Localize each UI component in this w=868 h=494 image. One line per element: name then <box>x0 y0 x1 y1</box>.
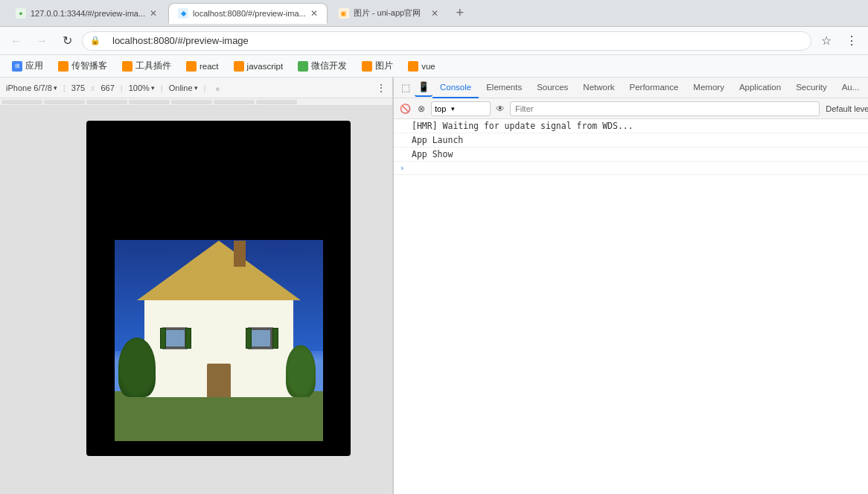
bookmark-wechat[interactable]: 微信开发 <box>292 59 353 73</box>
bookmark-react-label: react <box>200 62 219 71</box>
bookmark-images-icon <box>362 61 372 72</box>
console-filter-input[interactable] <box>510 101 820 116</box>
menu-button[interactable]: ⋮ <box>841 31 862 51</box>
tab-2-close[interactable]: ✕ <box>310 8 318 19</box>
tab-2[interactable]: ◆ localhost:8080/#/preview-ima... ✕ <box>168 3 328 24</box>
bookmark-vue-label: vue <box>421 62 435 71</box>
tab-2-title: localhost:8080/#/preview-ima... <box>193 9 306 18</box>
console-line-2: App Launch <box>394 133 868 148</box>
lock-icon: 🔒 <box>90 36 100 45</box>
bookmark-vue[interactable]: vue <box>402 60 441 73</box>
scroll-tab-1 <box>1 100 42 104</box>
bookmark-tools[interactable]: 工具插件 <box>116 59 177 73</box>
scroll-indicator <box>0 98 392 106</box>
devtools-panel: ⬚ 📱 Console Elements Sources Network Per… <box>393 77 868 494</box>
tab-sources[interactable]: Sources <box>529 77 575 98</box>
zoom-chevron-icon: ▾ <box>151 84 155 92</box>
tab-performance[interactable]: Performance <box>622 77 686 98</box>
bookmark-react[interactable]: react <box>180 60 225 73</box>
bookmark-wechat-label: 微信开发 <box>311 60 347 72</box>
device-toggle-icon[interactable]: 📱 <box>415 79 433 97</box>
bookmark-images[interactable]: 图片 <box>356 59 399 73</box>
tab-3-close[interactable]: ✕ <box>431 8 438 19</box>
sensors-icon[interactable]: ⬦ <box>211 82 223 94</box>
context-chevron-icon: ▾ <box>451 105 455 113</box>
bookmark-vue-icon <box>408 61 418 72</box>
browser-window: ● 127.0.0.1:3344/#/preview-ima... ✕ ◆ lo… <box>0 0 868 494</box>
bookmark-wechat-icon <box>298 61 308 72</box>
more-options-icon[interactable]: ⋮ <box>376 82 386 94</box>
dim-separator-3: | <box>161 83 163 92</box>
console-text-2: App Launch <box>412 135 463 145</box>
refresh-button[interactable]: ↻ <box>57 31 77 51</box>
dim-separator-4: | <box>204 83 206 92</box>
filter-icon[interactable]: ⊗ <box>415 102 428 115</box>
tab-1[interactable]: ● 127.0.0.1:3344/#/preview-ima... ✕ <box>6 3 167 24</box>
network-selector[interactable]: Online ▾ <box>169 83 198 92</box>
device-name: iPhone 6/7/8 <box>6 83 52 92</box>
browser-viewport: iPhone 6/7/8 ▾ | 375 x 667 | 100% ▾ | On… <box>0 77 393 494</box>
zoom-selector[interactable]: 100% ▾ <box>129 83 155 92</box>
tab-elements[interactable]: Elements <box>479 77 529 98</box>
back-button[interactable]: ← <box>6 31 27 51</box>
house-roof <box>137 241 301 300</box>
bookmark-apps-icon: ⊞ <box>12 61 22 72</box>
address-bar: ← → ↻ 🔒 ☆ ⋮ <box>0 27 868 55</box>
tab-3[interactable]: ▣ 图片 - uni-app官网 ✕ <box>329 3 448 24</box>
tab-1-favicon: ● <box>16 8 26 19</box>
console-line-3: App Show <box>394 148 868 162</box>
phone-content <box>86 121 351 456</box>
scroll-tab-2 <box>44 100 85 104</box>
tab-console[interactable]: Console <box>433 77 479 98</box>
bookmark-react-icon <box>186 61 197 72</box>
house-window-left <box>163 328 187 349</box>
console-text-3: App Show <box>412 149 453 159</box>
url-input[interactable] <box>103 31 803 51</box>
tab-memory[interactable]: Memory <box>686 77 732 98</box>
console-prompt[interactable]: › <box>394 162 868 175</box>
bookmark-tools-icon <box>122 61 133 72</box>
tab-1-close[interactable]: ✕ <box>150 8 157 19</box>
log-levels-label: Default levels <box>826 104 868 113</box>
device-chevron-icon: ▾ <box>54 84 57 92</box>
shutter-3 <box>246 328 252 349</box>
tree-left <box>118 338 156 397</box>
tab-3-title: 图片 - uni-app官网 <box>354 7 427 19</box>
network-chevron-icon: ▾ <box>194 84 198 92</box>
scroll-tab-4 <box>129 100 170 104</box>
log-levels-selector[interactable]: Default levels ▾ <box>823 104 868 113</box>
tab-1-title: 127.0.0.1:3344/#/preview-ima... <box>31 9 145 18</box>
forward-button[interactable]: → <box>31 31 52 51</box>
tab-network[interactable]: Network <box>575 77 622 98</box>
console-output: [HMR] Waiting for update signal from WDS… <box>394 119 868 494</box>
scroll-tab-5 <box>171 100 212 104</box>
eye-icon[interactable]: 👁 <box>494 102 507 115</box>
context-selector[interactable]: top ▾ <box>431 101 491 116</box>
bookmark-chuanzhi-label: 传智播客 <box>71 60 107 72</box>
bookmark-apps[interactable]: ⊞ 应用 <box>6 59 49 73</box>
inspect-element-icon[interactable]: ⬚ <box>397 79 415 97</box>
clear-console-icon[interactable]: 🚫 <box>398 102 412 115</box>
tab-3-favicon: ▣ <box>339 8 349 19</box>
scroll-tab-3 <box>86 100 127 104</box>
device-selector[interactable]: iPhone 6/7/8 ▾ <box>6 83 57 92</box>
device-toolbar: iPhone 6/7/8 ▾ | 375 x 667 | 100% ▾ | On… <box>0 77 392 98</box>
shutter-2 <box>185 328 191 349</box>
bookmark-javascript-label: javascript <box>247 62 284 71</box>
chimney <box>234 241 246 267</box>
tab-application[interactable]: Application <box>732 77 788 98</box>
bookmark-button[interactable]: ☆ <box>816 31 837 51</box>
phone-frame <box>86 121 351 456</box>
phone-area <box>0 106 392 494</box>
console-text-1: [HMR] Waiting for update signal from WDS… <box>412 121 634 131</box>
bookmarks-bar: ⊞ 应用 传智播客 工具插件 react javascript 微信开发 图片 <box>0 55 868 77</box>
console-gt-icon: › <box>400 163 405 173</box>
new-tab-button[interactable]: + <box>450 3 470 24</box>
context-value: top <box>435 104 446 113</box>
bookmark-chuanzhi[interactable]: 传智播客 <box>52 59 113 73</box>
dim-x: x <box>91 83 95 92</box>
bookmark-javascript[interactable]: javascript <box>228 60 290 73</box>
tab-audits[interactable]: Au... <box>835 77 867 98</box>
house-window-right <box>249 328 272 349</box>
tab-security[interactable]: Security <box>788 77 835 98</box>
